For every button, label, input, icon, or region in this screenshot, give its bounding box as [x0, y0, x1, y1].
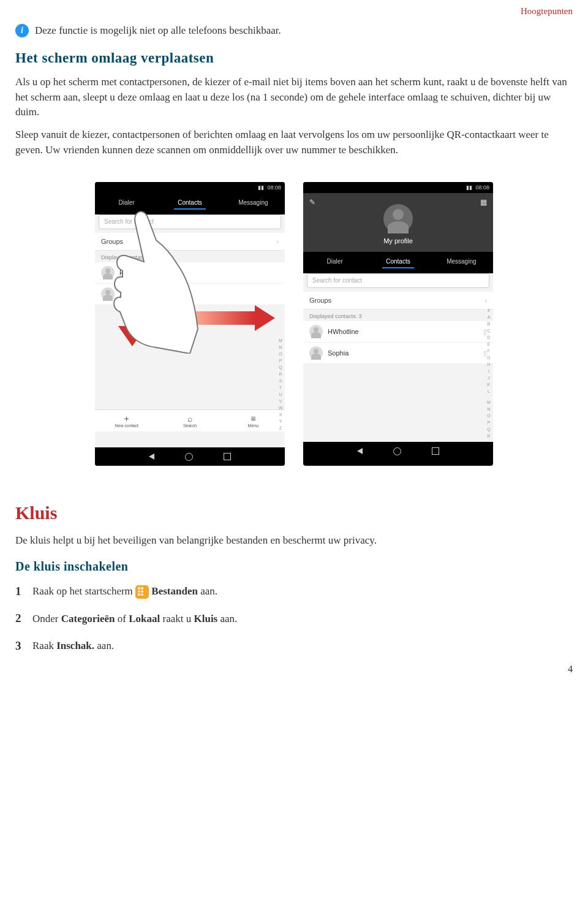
qr-icon[interactable]: ▦	[480, 198, 487, 207]
svg-rect-2	[190, 311, 255, 325]
step-number: 3	[15, 637, 26, 655]
search-input[interactable]: Search for contact	[99, 214, 281, 229]
chevron-right-icon: ›	[484, 297, 487, 304]
edit-icon[interactable]: ✎	[309, 198, 315, 207]
step-2: 2 Onder Categorieën of Lokaal raakt u Kl…	[15, 609, 573, 628]
svg-marker-3	[255, 305, 275, 331]
search-input[interactable]: Search for contact	[307, 273, 489, 288]
step-text: aan.	[198, 585, 217, 597]
contact-row-1[interactable]: HWhotline ▯	[303, 321, 493, 343]
arrow-right-icon	[190, 302, 276, 333]
section-title-move-down: Het scherm omlaag verplaatsen	[15, 50, 573, 66]
search-icon: ⌕	[158, 414, 221, 423]
info-icon: i	[15, 24, 29, 37]
tab-messaging[interactable]: Messaging	[222, 193, 285, 211]
bottom-action-bar: +New contact ⌕Search ≡Menu	[95, 409, 285, 431]
tab-contacts[interactable]: Contacts	[158, 193, 221, 211]
step-text: Raak op het startscherm	[32, 585, 133, 597]
signal-icon: ▮▮	[258, 184, 264, 191]
files-app-icon	[135, 585, 149, 599]
tab-dialer[interactable]: Dialer	[95, 193, 158, 211]
recents-icon[interactable]	[224, 453, 231, 460]
android-navbar	[303, 442, 493, 460]
page-number: 4	[15, 664, 573, 675]
contact-row-2[interactable]: Sophia ▯	[303, 343, 493, 364]
recents-icon[interactable]	[432, 447, 439, 455]
profile-card: ✎ ▦ My profile	[303, 193, 493, 252]
svg-rect-0	[126, 274, 139, 326]
arrow-down-icon	[113, 274, 150, 347]
tab-messaging[interactable]: Messaging	[430, 252, 493, 270]
alpha-index[interactable]: # A B C D E F G H I J K L	[486, 307, 492, 395]
groups-row[interactable]: Groups ›	[95, 233, 285, 251]
steps-list: 1 Raak op het startscherm Bestanden aan.…	[15, 582, 573, 655]
avatar-icon	[309, 325, 323, 338]
step-text: Raak	[32, 640, 56, 651]
new-contact-button[interactable]: +New contact	[95, 410, 158, 431]
profile-label: My profile	[303, 237, 493, 245]
step-bold: Bestanden	[151, 585, 198, 597]
contacts-count-label: Displayed contacts: 3	[303, 309, 493, 321]
kluis-intro: De kluis helpt u bij het beveiligen van …	[15, 533, 573, 548]
avatar-icon	[309, 346, 323, 360]
avatar-icon	[101, 266, 115, 279]
contact-name: Sophia	[328, 349, 349, 357]
app-tabs: Dialer Contacts Messaging	[95, 193, 285, 211]
step-text: aan.	[94, 640, 114, 651]
step-text: Onder	[32, 613, 61, 624]
step-text: of	[115, 613, 129, 624]
step-number: 1	[15, 582, 26, 601]
step-3: 3 Raak Inschak. aan.	[15, 637, 573, 655]
clock: 08:08	[475, 184, 489, 191]
step-text: aan.	[217, 613, 237, 624]
paragraph-1: Als u op het scherm met contactpersonen,…	[15, 75, 573, 120]
subsection-enable-kluis: De kluis inschakelen	[15, 560, 573, 574]
signal-icon: ▮▮	[466, 184, 472, 191]
step-1: 1 Raak op het startscherm Bestanden aan.	[15, 582, 573, 601]
phone-screenshot-2: ▮▮ 08:08 ✎ ▦ My profile Dialer Contacts …	[303, 182, 493, 466]
menu-button[interactable]: ≡Menu	[222, 410, 285, 431]
tab-dialer[interactable]: Dialer	[303, 252, 366, 270]
info-note-row: i Deze functie is mogelijk niet op alle …	[15, 24, 573, 38]
step-number: 2	[15, 609, 26, 628]
android-navbar	[95, 447, 285, 466]
back-icon[interactable]	[149, 454, 154, 460]
home-icon[interactable]	[393, 447, 401, 455]
groups-label: Groups	[309, 297, 331, 304]
step-bold: Categorieën	[61, 613, 115, 624]
step-text: raakt u	[160, 613, 194, 624]
home-icon[interactable]	[185, 453, 193, 461]
section-title-kluis: Kluis	[15, 503, 573, 523]
groups-label: Groups	[101, 238, 123, 245]
paragraph-2: Sleep vanuit de kiezer, contactpersonen …	[15, 127, 573, 157]
status-bar: ▮▮ 08:08	[95, 182, 285, 193]
avatar-icon	[383, 204, 413, 233]
avatar-icon	[101, 287, 115, 301]
back-icon[interactable]	[357, 448, 363, 454]
clock: 08:08	[267, 184, 281, 191]
step-bold: Inschak.	[56, 640, 94, 651]
plus-icon: +	[95, 414, 158, 423]
alpha-index-2[interactable]: M N O P Q R	[486, 399, 492, 439]
menu-icon: ≡	[222, 414, 285, 423]
screenshot-pair: ▮▮ 08:08 Dialer Contacts Messaging Searc…	[15, 182, 573, 466]
chevron-right-icon: ›	[276, 238, 279, 245]
info-note-text: Deze functie is mogelijk niet op alle te…	[35, 24, 281, 38]
svg-marker-1	[118, 326, 146, 346]
contact-name: HWhotline	[328, 328, 359, 335]
alpha-index[interactable]: M N O P Q R S T U V W X Y Z	[277, 337, 284, 431]
tab-contacts[interactable]: Contacts	[366, 252, 429, 270]
search-button[interactable]: ⌕Search	[158, 410, 221, 431]
step-bold: Kluis	[194, 613, 217, 624]
app-tabs: Dialer Contacts Messaging	[303, 252, 493, 270]
step-bold: Lokaal	[129, 613, 160, 624]
status-bar: ▮▮ 08:08	[303, 182, 493, 193]
groups-row[interactable]: Groups ›	[303, 292, 493, 309]
contacts-count-label: Displayed contacts: 3	[95, 251, 285, 262]
page-category: Hoogtepunten	[15, 6, 573, 17]
